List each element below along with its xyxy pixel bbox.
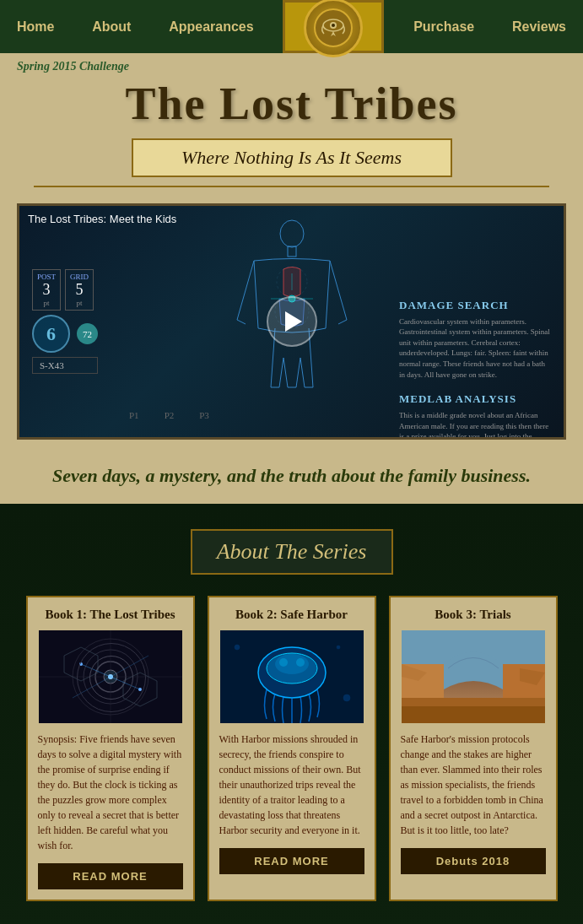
medlab-title: MEDLAB ANALYSIS — [399, 392, 551, 406]
badge-72: 72 — [77, 323, 98, 344]
svg-point-3 — [332, 24, 335, 27]
post-unit: pt — [37, 299, 56, 307]
svg-rect-5 — [288, 246, 296, 257]
book-card-3: Book 3: Trials — [389, 596, 558, 901]
book-2-image — [220, 630, 364, 723]
about-title-text: About The Series — [217, 539, 367, 564]
video-stats-panel: POST 3 pt GRID 5 pt 6 72 S-X43 — [32, 269, 98, 374]
p3-label: P3 — [199, 410, 209, 420]
about-title-box: About The Series — [191, 529, 393, 575]
book-1-image — [39, 630, 182, 723]
svg-rect-39 — [402, 706, 545, 723]
svg-line-24 — [111, 656, 148, 677]
svg-point-4 — [280, 220, 304, 247]
circle-number: 6 — [32, 315, 70, 353]
svg-point-16 — [104, 670, 117, 684]
svg-point-21 — [108, 674, 113, 679]
p1-label: P1 — [129, 410, 139, 420]
p2-label: P2 — [165, 410, 175, 420]
player-row: P1 P2 P3 — [129, 410, 209, 420]
nav-appearances[interactable]: Appearances — [160, 19, 262, 35]
subtitle-box: Where Nothing Is As It Seems — [132, 138, 452, 177]
svg-line-23 — [111, 677, 140, 689]
book-card-2: Book 2: Safe Harbor — [208, 596, 376, 901]
book-1-title: Book 1: The Lost Tribes — [45, 608, 175, 622]
grid-label: GRID — [70, 273, 89, 281]
nav-purchase[interactable]: Purchase — [405, 19, 483, 35]
play-icon — [285, 311, 302, 332]
book-1-synopsis: Synopsis: Five friends have seven days t… — [38, 732, 183, 853]
nav-about[interactable]: About — [84, 19, 139, 35]
divider — [34, 186, 549, 187]
svg-point-34 — [337, 646, 340, 649]
post-label: POST — [37, 273, 56, 281]
video-background: POST 3 pt GRID 5 pt 6 72 S-X43 — [19, 206, 564, 437]
main-title: The Lost Tribes — [17, 78, 566, 130]
svg-point-14 — [84, 650, 138, 704]
svg-point-33 — [343, 694, 350, 701]
book-3-debuts-badge: Debuts 2018 — [401, 848, 546, 874]
svg-point-15 — [95, 662, 126, 692]
books-row: Book 1: The Lost Tribes — [17, 596, 566, 901]
book-3-synopsis: Safe Harbor's mission protocols change a… — [401, 732, 546, 838]
grid-unit: pt — [70, 299, 89, 307]
spring-challenge-label: Spring 2015 Challenge — [17, 60, 566, 73]
svg-point-20 — [138, 688, 142, 691]
video-label: The Lost Tribes: Meet the Kids — [28, 213, 176, 225]
video-analysis-panel: DAMAGE SEARCH Cardiovascular system with… — [399, 299, 551, 440]
site-logo[interactable] — [283, 0, 384, 53]
svg-point-19 — [79, 662, 83, 666]
book-3-title: Book 3: Trials — [435, 608, 510, 622]
nav-reviews[interactable]: Reviews — [504, 19, 575, 35]
svg-point-32 — [235, 645, 240, 650]
book-card-1: Book 1: The Lost Tribes — [26, 596, 195, 901]
svg-point-30 — [279, 658, 288, 667]
banner-section: Spring 2015 Challenge The Lost Tribes Wh… — [0, 53, 583, 195]
svg-point-31 — [296, 658, 305, 667]
medlab-text: This is a middle grade novel about an Af… — [399, 410, 551, 440]
nav-home[interactable]: Home — [8, 19, 62, 35]
navigation: Home About Appearances Purchase Reviews — [0, 0, 583, 53]
svg-line-22 — [81, 664, 111, 677]
book-2-read-more[interactable]: READ MORE — [219, 848, 364, 874]
svg-line-25 — [73, 677, 111, 698]
book-2-title: Book 2: Safe Harbor — [235, 608, 348, 622]
video-player[interactable]: The Lost Tribes: Meet the Kids D-GTX 🔗 P… — [17, 203, 566, 440]
damage-search-title: DAMAGE SEARCH — [399, 299, 551, 312]
tagline: Seven days, a mystery, and the truth abo… — [0, 448, 583, 504]
svg-point-13 — [73, 639, 148, 715]
grid-value: 5 — [70, 281, 89, 299]
book-2-synopsis: With Harbor missions shrouded in secrecy… — [219, 732, 364, 838]
play-button[interactable] — [267, 296, 317, 347]
damage-text: Cardiovascular system within parameters.… — [399, 316, 551, 381]
tag-box: S-X43 — [32, 357, 98, 374]
dark-section: About The Series Book 1: The Lost Tribes — [0, 504, 583, 924]
subtitle-text: Where Nothing Is As It Seems — [181, 147, 402, 168]
book-1-read-more[interactable]: READ MORE — [38, 863, 183, 889]
book-3-image — [402, 630, 545, 723]
post-value: 3 — [37, 281, 56, 299]
